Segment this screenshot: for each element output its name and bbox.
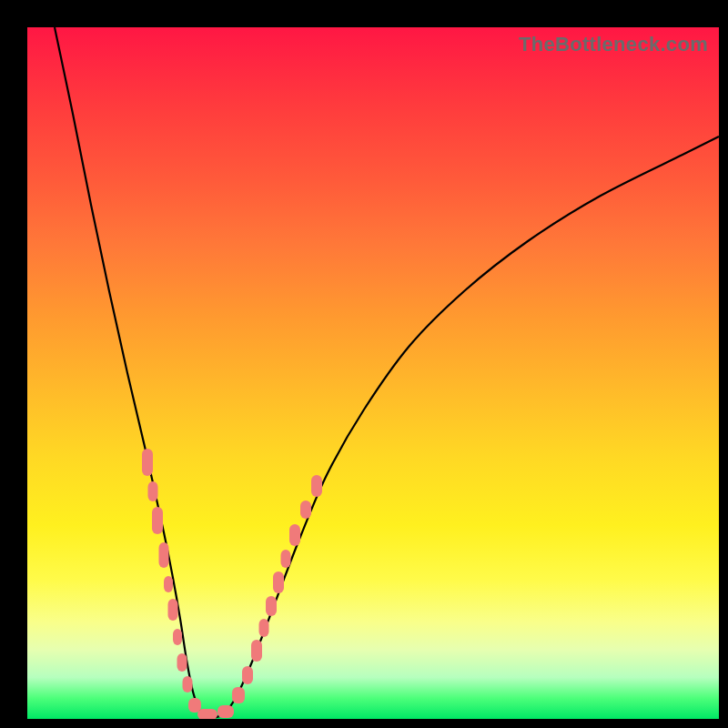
data-marker: [152, 507, 163, 534]
data-marker: [300, 500, 311, 519]
data-marker: [259, 619, 269, 637]
data-marker: [142, 449, 153, 476]
data-marker: [266, 596, 277, 616]
data-marker: [281, 550, 291, 568]
data-marker: [232, 687, 245, 703]
data-marker: [148, 481, 158, 501]
data-marker: [188, 698, 201, 713]
data-marker: [273, 571, 284, 593]
data-marker: [289, 524, 300, 546]
data-marker: [217, 705, 234, 718]
data-marker: [197, 709, 217, 719]
chart-frame: TheBottleneck.com: [0, 0, 728, 728]
data-marker: [164, 576, 173, 592]
data-marker: [168, 599, 178, 621]
data-marker: [311, 475, 322, 497]
data-marker: [251, 640, 262, 662]
plot-area: TheBottleneck.com: [27, 27, 719, 719]
marker-group: [142, 449, 322, 719]
v-curve: [55, 27, 719, 717]
data-marker: [159, 542, 169, 568]
curve-overlay: [27, 27, 719, 719]
data-marker: [177, 653, 187, 672]
data-marker: [173, 629, 182, 645]
data-marker: [183, 676, 193, 693]
data-marker: [242, 666, 253, 684]
